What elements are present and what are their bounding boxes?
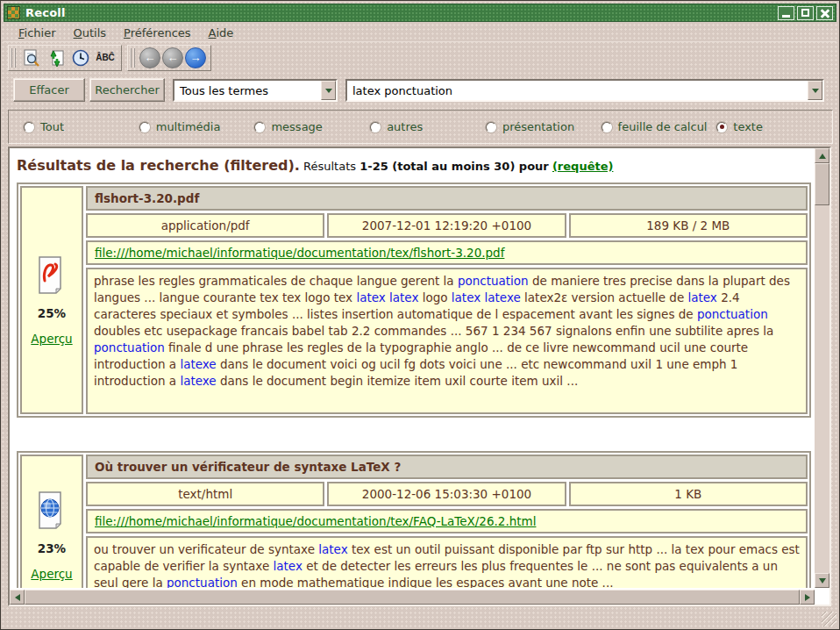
result-snippet: ou trouver un verificateur de syntaxe la… bbox=[86, 536, 808, 588]
window-resize-grip[interactable] bbox=[822, 612, 836, 626]
radio-icon[interactable] bbox=[139, 122, 150, 132]
category-filter-radio[interactable]: présentation bbox=[486, 120, 602, 133]
results-heading: Résultats de la recherche (filtered). Ré… bbox=[15, 155, 813, 183]
result-url-link[interactable]: file:///home/michael/informatique/docume… bbox=[95, 246, 504, 260]
filter-label: présentation bbox=[502, 120, 574, 133]
result-main: Où trouver un vérificateur de syntaxe La… bbox=[86, 455, 808, 588]
menu-item[interactable]: Outils bbox=[66, 25, 115, 41]
scroll-left-button[interactable] bbox=[10, 590, 25, 605]
highlighted-term: latex latexe bbox=[452, 290, 521, 304]
relevance-percent: 23% bbox=[38, 541, 66, 555]
term-explorer-button[interactable]: ÂBĈ bbox=[94, 47, 117, 69]
highlighted-term: latex latex bbox=[356, 290, 418, 304]
first-page-button[interactable]: ← bbox=[139, 47, 160, 68]
vertical-scrollbar[interactable] bbox=[815, 148, 829, 588]
horizontal-scrollbar[interactable] bbox=[10, 590, 815, 605]
search-mode-combobox[interactable]: Tous les termes bbox=[173, 79, 338, 102]
search-history-dropdown-button[interactable] bbox=[808, 81, 822, 100]
clear-button[interactable]: Effacer bbox=[13, 78, 85, 102]
maximize-button[interactable] bbox=[797, 6, 814, 20]
snippet-text: en mode mathematique indique les espaces… bbox=[238, 576, 614, 588]
highlighted-term: ponctuation bbox=[94, 340, 165, 354]
menu-item[interactable]: Fichier bbox=[11, 25, 64, 41]
term-explorer-icon: ÂBĈ bbox=[96, 53, 115, 62]
result-side-cell: 23% Aperçu bbox=[20, 455, 83, 588]
minimize-icon bbox=[782, 15, 790, 18]
radio-icon[interactable] bbox=[24, 122, 34, 132]
snippet-text: logo bbox=[418, 290, 451, 304]
radio-icon[interactable] bbox=[602, 122, 612, 132]
result-mime-type: application/pdf bbox=[86, 213, 324, 238]
category-filter-radio[interactable]: autres bbox=[370, 120, 486, 133]
previous-page-button[interactable]: ← bbox=[162, 47, 183, 68]
vertical-scrollbar-thumb[interactable] bbox=[815, 163, 829, 205]
arrow-down-icon bbox=[819, 578, 826, 583]
close-button[interactable] bbox=[816, 6, 833, 20]
result-item: 23% Aperçu Où trouver un vérificateur de… bbox=[17, 451, 811, 588]
results-heading-title: Résultats de la recherche (filtered). bbox=[17, 157, 300, 174]
filter-label: Tout bbox=[40, 120, 64, 133]
scroll-up-button[interactable] bbox=[815, 148, 829, 163]
sort-parameters-button[interactable] bbox=[45, 47, 68, 69]
category-filter-radio[interactable]: feuille de calcul bbox=[602, 120, 717, 133]
radio-icon[interactable] bbox=[486, 122, 496, 132]
results-count-prefix: Résultats bbox=[303, 160, 356, 173]
result-side-cell: 25% Aperçu bbox=[20, 186, 83, 414]
menu-item[interactable]: Préférences bbox=[116, 25, 198, 41]
search-input[interactable] bbox=[347, 84, 808, 97]
toolbar-handle[interactable] bbox=[130, 48, 135, 68]
document-history-button[interactable] bbox=[69, 47, 92, 69]
preview-link[interactable]: Aperçu bbox=[31, 332, 72, 346]
highlighted-term: ponctuation bbox=[458, 274, 529, 288]
recoll-window: Recoll Fichier Outils Préférences Aide bbox=[0, 0, 840, 630]
radio-icon[interactable] bbox=[254, 122, 265, 132]
filter-label: autres bbox=[387, 120, 423, 133]
result-size: 189 KB / 2 MB bbox=[569, 213, 808, 238]
result-title[interactable]: Où trouver un vérificateur de syntaxe La… bbox=[86, 455, 808, 479]
result-title[interactable]: flshort-3.20.pdf bbox=[86, 186, 808, 211]
result-url-cell: file:///home/michael/informatique/docume… bbox=[86, 509, 808, 533]
highlighted-term: latexe bbox=[180, 357, 216, 371]
results-count: 1-25 (total au moins 30) pour bbox=[359, 160, 549, 173]
result-date: 2000-12-06 15:03:30 +0100 bbox=[327, 482, 566, 506]
arrow-left-icon: ← bbox=[167, 52, 179, 63]
minimize-button[interactable] bbox=[778, 6, 794, 20]
highlighted-term: latex bbox=[687, 290, 716, 304]
result-item: 25% Aperçu flshort-3.20.pdf application/… bbox=[17, 183, 811, 418]
highlighted-term: latex bbox=[274, 559, 303, 573]
close-icon bbox=[821, 9, 829, 18]
preview-link[interactable]: Aperçu bbox=[31, 567, 72, 581]
arrow-left-icon: ← bbox=[145, 52, 156, 63]
category-filter-radio[interactable]: texte bbox=[716, 120, 832, 133]
titlebar[interactable]: Recoll bbox=[4, 4, 836, 22]
search-mode-dropdown-button[interactable] bbox=[321, 81, 336, 100]
result-url-cell: file:///home/michael/informatique/docume… bbox=[86, 240, 808, 265]
query-link[interactable]: (requête) bbox=[552, 160, 614, 173]
radio-icon[interactable] bbox=[370, 122, 381, 132]
search-mode-value: Tous les termes bbox=[174, 84, 321, 97]
radio-icon[interactable] bbox=[716, 122, 727, 132]
category-filter-bar: Tout multimédia message autres présentat… bbox=[8, 110, 833, 144]
menubar: Fichier Outils Préférences Aide bbox=[4, 24, 836, 42]
horizontal-scrollbar-thumb[interactable] bbox=[25, 590, 800, 605]
arrow-up-icon bbox=[819, 154, 826, 159]
filter-label: feuille de calcul bbox=[618, 120, 708, 133]
toolbar-handle[interactable] bbox=[11, 48, 16, 68]
result-url-link[interactable]: file:///home/michael/informatique/docume… bbox=[95, 514, 536, 528]
category-filter-radio[interactable]: multimédia bbox=[139, 120, 255, 133]
category-filter-radio[interactable]: message bbox=[254, 120, 370, 133]
chevron-down-icon bbox=[812, 89, 819, 93]
document-search-icon bbox=[22, 48, 41, 68]
category-filter-radio[interactable]: Tout bbox=[24, 120, 139, 133]
pdf-file-icon[interactable] bbox=[33, 254, 70, 295]
search-query-combobox bbox=[345, 79, 824, 102]
scroll-down-button[interactable] bbox=[815, 573, 829, 588]
html-file-icon[interactable] bbox=[33, 490, 70, 530]
results-list: 25% Aperçu flshort-3.20.pdf application/… bbox=[15, 183, 813, 588]
advanced-search-button[interactable] bbox=[20, 47, 43, 69]
snippet-text: latex2ε version actuelle de bbox=[521, 290, 688, 304]
next-page-button[interactable]: → bbox=[185, 47, 206, 68]
search-button[interactable]: Rechercher bbox=[89, 78, 165, 102]
menu-item[interactable]: Aide bbox=[201, 25, 242, 41]
scroll-right-button[interactable] bbox=[800, 590, 815, 605]
